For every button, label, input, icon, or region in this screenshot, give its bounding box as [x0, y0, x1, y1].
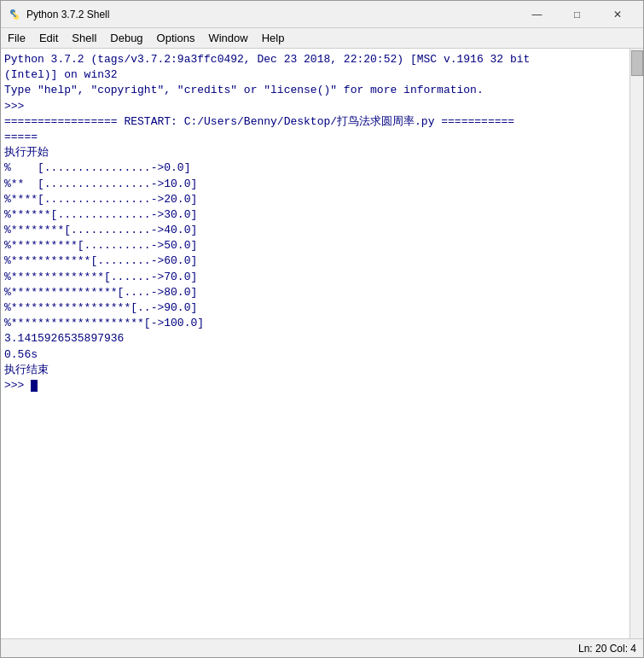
- menu-shell[interactable]: Shell: [65, 28, 103, 48]
- cursor: [31, 380, 38, 392]
- status-bar: Ln: 20 Col: 4: [1, 638, 643, 657]
- menu-file[interactable]: File: [1, 28, 32, 48]
- python-icon: [8, 8, 21, 21]
- menu-options[interactable]: Options: [150, 28, 202, 48]
- title-bar: Python 3.7.2 Shell — □ ✕: [1, 1, 643, 28]
- menu-bar: File Edit Shell Debug Options Window Hel…: [1, 28, 643, 49]
- window-controls: — □ ✕: [518, 3, 636, 26]
- scrollbar-thumb[interactable]: [631, 50, 643, 76]
- scrollbar[interactable]: [629, 49, 643, 638]
- console-output: Python 3.7.2 (tags/v3.7.2:9a3ffc0492, De…: [4, 52, 640, 635]
- console-area[interactable]: Python 3.7.2 (tags/v3.7.2:9a3ffc0492, De…: [1, 49, 643, 638]
- menu-help[interactable]: Help: [255, 28, 292, 48]
- minimize-button[interactable]: —: [518, 3, 556, 26]
- menu-edit[interactable]: Edit: [32, 28, 65, 48]
- menu-debug[interactable]: Debug: [103, 28, 149, 48]
- close-button[interactable]: ✕: [598, 3, 636, 26]
- window-title: Python 3.7.2 Shell: [26, 9, 518, 20]
- status-text: Ln: 20 Col: 4: [578, 643, 636, 655]
- main-window: Python 3.7.2 Shell — □ ✕ File Edit Shell…: [0, 0, 644, 658]
- maximize-button[interactable]: □: [558, 3, 596, 26]
- menu-window[interactable]: Window: [201, 28, 254, 48]
